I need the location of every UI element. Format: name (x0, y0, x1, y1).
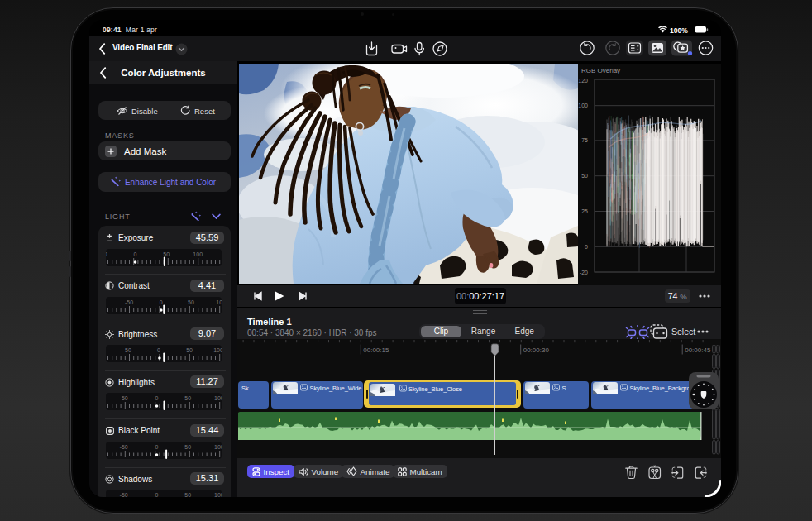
svg-text:100: 100 (214, 492, 222, 497)
svg-text:100: 100 (578, 103, 588, 108)
svg-text:0: 0 (156, 347, 160, 353)
svg-text:50: 50 (184, 443, 191, 449)
svg-text:0: 0 (159, 299, 162, 304)
svg-text:100: 100 (214, 443, 222, 449)
svg-text:0: 0 (585, 244, 588, 250)
svg-text:120: 120 (578, 78, 588, 84)
svg-text:75: 75 (581, 137, 588, 143)
svg-text:0: 0 (155, 492, 158, 497)
svg-text:-50: -50 (119, 395, 127, 401)
svg-text:50: 50 (186, 347, 193, 353)
svg-text:-20: -20 (580, 270, 588, 275)
svg-text:100%: 100% (670, 26, 688, 33)
svg-text:-50: -50 (119, 492, 127, 497)
svg-text:50: 50 (184, 395, 191, 401)
svg-text:100: 100 (213, 347, 222, 353)
svg-text:100: 100 (214, 395, 222, 401)
svg-text:-50: -50 (122, 347, 131, 353)
svg-text:50: 50 (188, 299, 194, 304)
svg-text:50: 50 (581, 173, 588, 179)
svg-text:-50: -50 (125, 299, 133, 304)
svg-text:100: 100 (216, 299, 222, 304)
svg-text:50: 50 (163, 251, 170, 256)
svg-text:-50: -50 (119, 443, 127, 449)
svg-text:100: 100 (193, 251, 203, 256)
svg-text:0: 0 (133, 251, 136, 256)
svg-text:0: 0 (155, 443, 158, 449)
svg-text:25: 25 (581, 208, 588, 214)
svg-text:-50: -50 (106, 251, 107, 256)
svg-text:50: 50 (184, 492, 191, 497)
svg-text:0: 0 (155, 395, 158, 401)
